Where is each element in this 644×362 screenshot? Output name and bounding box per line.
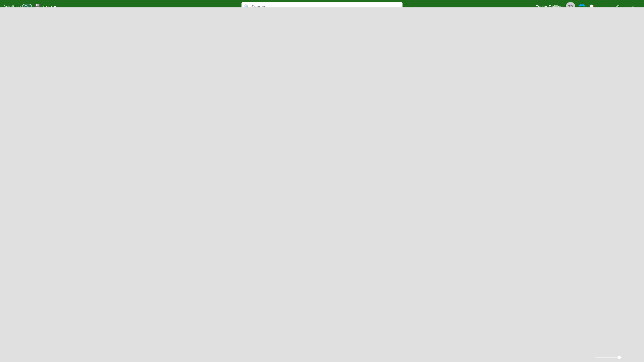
zoom-slider[interactable] — [595, 357, 622, 358]
charts-container — [0, 44, 644, 343]
